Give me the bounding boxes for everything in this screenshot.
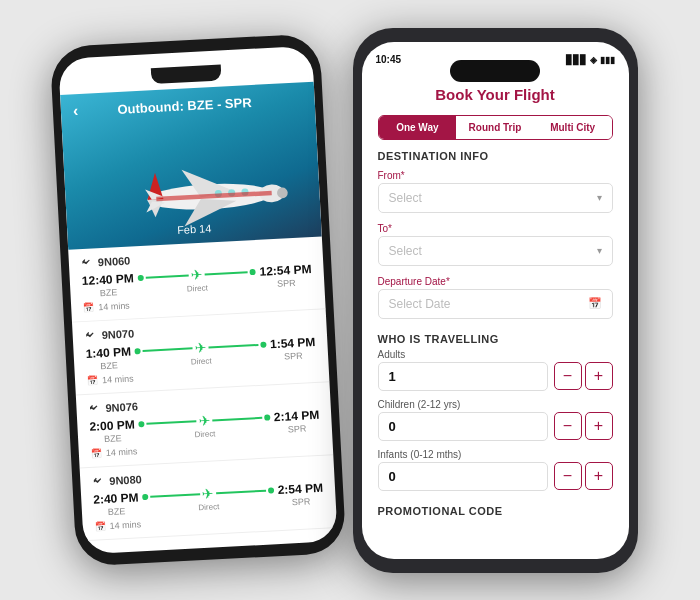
to-required: * <box>388 223 392 234</box>
plane-route-icon: ✈ <box>194 340 207 357</box>
dot-depart <box>134 348 140 354</box>
tab-round-trip[interactable]: Round Trip <box>456 116 534 139</box>
arrive-time: 1:54 PM <box>269 334 315 350</box>
plane-route-icon: ✈ <box>201 485 214 502</box>
from-required: * <box>401 170 405 181</box>
traveller-section: WHO IS TRAVELLING Adults 1 − + Children … <box>362 323 629 491</box>
right-phone: 10:45 ▊▊▊ ◈ ▮▮▮ Book Your Flight One Way… <box>353 28 638 573</box>
dot-arrive <box>267 487 273 493</box>
flight-line <box>146 420 196 425</box>
promo-section: PROMOTIONAL CODE <box>362 499 629 517</box>
dynamic-island <box>450 60 540 82</box>
arrive-airport: SPR <box>259 277 311 290</box>
airplane-icon <box>88 402 101 415</box>
dots-line: ✈ <box>142 482 274 505</box>
children-label: Children (2-12 yrs) <box>378 399 613 410</box>
infants-value: 0 <box>378 462 548 491</box>
flight-item-1[interactable]: 9N070 1:40 PM BZE ✈ Direct <box>72 309 329 395</box>
to-label: To* <box>378 223 613 234</box>
who-section-label: WHO IS TRAVELLING <box>378 329 613 349</box>
children-minus-button[interactable]: − <box>554 412 582 440</box>
back-button[interactable]: ‹ <box>72 102 78 120</box>
children-row: Children (2-12 yrs) 0 − + <box>378 399 613 441</box>
arrive-time: 2:14 PM <box>273 407 319 423</box>
tab-multi-city[interactable]: Multi City <box>534 116 612 139</box>
plane-route-icon: ✈ <box>190 267 203 284</box>
from-label: From* <box>378 170 613 181</box>
depart-airport: BZE <box>86 359 132 371</box>
from-field-group: From* Select ▾ <box>362 166 629 219</box>
depart-time: 2:00 PM <box>89 417 135 433</box>
flight-item-0[interactable]: 9N060 12:40 PM BZE ✈ Direct <box>68 236 325 322</box>
adults-btns: − + <box>554 362 613 390</box>
flight-list: 9N060 12:40 PM BZE ✈ Direct <box>68 236 338 554</box>
calendar-small-icon: 📅 <box>90 448 102 459</box>
adults-counter: 1 − + <box>378 362 613 391</box>
arrive-time: 2:54 PM <box>277 480 323 496</box>
adults-plus-button[interactable]: + <box>585 362 613 390</box>
airplane-icon <box>84 329 97 342</box>
route-line: ✈ Direct <box>142 482 274 515</box>
hero-image: ‹ Outbound: BZE - SPR Feb 14 <box>60 82 322 250</box>
flight-line <box>150 493 200 498</box>
flight-line <box>142 347 192 352</box>
children-value: 0 <box>378 412 548 441</box>
duration-text: 14 mins <box>105 446 137 458</box>
arrive-airport: SPR <box>274 422 320 434</box>
infants-counter: 0 − + <box>378 462 613 491</box>
direct-label: Direct <box>186 283 207 293</box>
destination-section-label: DESTINATION INFO <box>362 140 629 166</box>
time-left: 12:40 <box>72 69 98 81</box>
from-placeholder: Select <box>389 191 422 205</box>
dot-depart <box>142 494 148 500</box>
adults-row: Adults 1 − + <box>378 349 613 391</box>
direct-label: Direct <box>190 356 211 366</box>
flight-line-2 <box>216 490 266 495</box>
route-line: ✈ Direct <box>134 337 266 370</box>
infants-plus-button[interactable]: + <box>585 462 613 490</box>
from-select[interactable]: Select ▾ <box>378 183 613 213</box>
plane-route-icon: ✈ <box>197 413 210 430</box>
dots-line: ✈ <box>137 264 256 286</box>
right-screen: 10:45 ▊▊▊ ◈ ▮▮▮ Book Your Flight One Way… <box>362 42 629 559</box>
date-select[interactable]: Select Date 📅 <box>378 289 613 319</box>
dot-depart <box>137 275 143 281</box>
infants-row: Infants (0-12 mths) 0 − + <box>378 449 613 491</box>
children-btns: − + <box>554 412 613 440</box>
to-select[interactable]: Select ▾ <box>378 236 613 266</box>
calendar-icon: 📅 <box>588 297 602 310</box>
children-plus-button[interactable]: + <box>585 412 613 440</box>
calendar-small-icon: 📅 <box>86 375 98 386</box>
calendar-small-icon: 📅 <box>83 302 95 313</box>
left-phone: 12:40 ⊕ 🖼 ▊ <box>49 33 346 566</box>
dot-arrive <box>259 342 265 348</box>
chevron-down-icon: ▾ <box>597 192 602 203</box>
depart-time: 12:40 PM <box>81 271 134 288</box>
adults-value: 1 <box>378 362 548 391</box>
to-field-group: To* Select ▾ <box>362 219 629 272</box>
infants-minus-button[interactable]: − <box>554 462 582 490</box>
tab-one-way[interactable]: One Way <box>379 116 457 139</box>
time-right: 10:45 <box>376 54 402 65</box>
children-counter: 0 − + <box>378 412 613 441</box>
arrive-time: 12:54 PM <box>259 262 312 279</box>
booking-title: Book Your Flight <box>378 86 613 103</box>
duration-text: 14 mins <box>109 519 141 531</box>
dot-arrive <box>263 414 269 420</box>
infants-btns: − + <box>554 462 613 490</box>
depart-airport: BZE <box>82 286 134 299</box>
duration-text: 14 mins <box>97 301 129 313</box>
adults-minus-button[interactable]: − <box>554 362 582 390</box>
airplane-icon <box>80 256 93 269</box>
flight-item-3[interactable]: 9N080 2:40 PM BZE ✈ Direct <box>79 455 336 541</box>
direct-label: Direct <box>198 502 219 512</box>
depart-time: 2:40 PM <box>92 490 138 506</box>
flight-item-2[interactable]: 9N076 2:00 PM BZE ✈ Direct <box>75 382 332 468</box>
flight-line-2 <box>208 344 258 349</box>
date-label: Departure Date* <box>378 276 613 287</box>
arrive-airport: SPR <box>278 495 324 507</box>
infants-label: Infants (0-12 mths) <box>378 449 613 460</box>
arrive-airport: SPR <box>270 349 316 361</box>
route-line: ✈ Direct <box>137 264 256 296</box>
chevron-down-icon-2: ▾ <box>597 245 602 256</box>
